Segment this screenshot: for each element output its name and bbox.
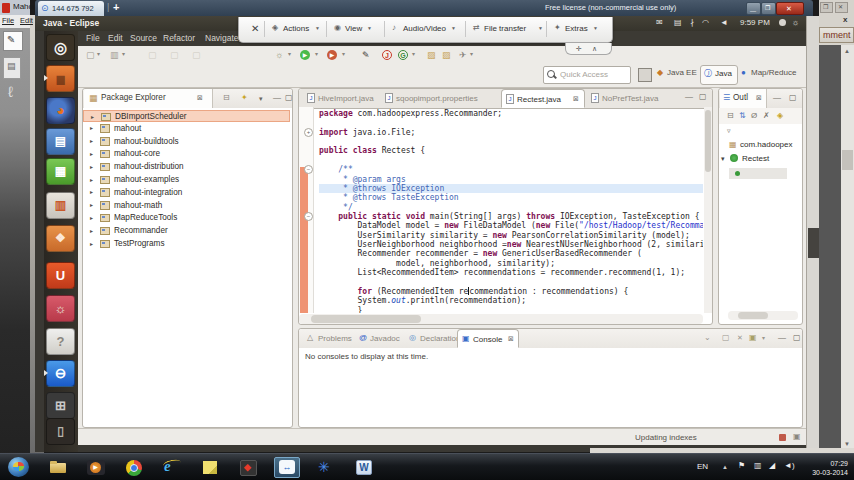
launcher-libreoffice-impress-icon[interactable]: ▥ — [46, 192, 75, 219]
quick-access-box[interactable]: Quick Access — [543, 66, 631, 84]
console-tab-problems[interactable]: △Problems — [303, 329, 353, 348]
code-line[interactable]: public class Rectest { — [319, 146, 703, 155]
tree-expand-arrow[interactable]: ▸ — [90, 138, 93, 144]
hscroll-thumb[interactable] — [311, 315, 421, 323]
editor-tab[interactable]: Jsqoopimport.properties — [381, 89, 497, 108]
tree-item[interactable]: ▸DBImportScheduler — [83, 110, 290, 123]
pdf-toolbar-button[interactable]: ✎ — [3, 31, 23, 51]
launcher-ubuntu-one-icon[interactable]: U — [46, 262, 75, 289]
code-line[interactable]: } — [319, 306, 703, 313]
launcher-home-folder-icon[interactable]: ▆ — [46, 65, 75, 92]
tree-expand-arrow[interactable]: ▸ — [90, 202, 93, 208]
minimize-button[interactable]: — — [746, 2, 761, 15]
toolbar-icon-19[interactable]: ✈ — [459, 51, 467, 60]
toolbar-icon-0[interactable]: ▢ — [86, 51, 95, 60]
code-line[interactable]: */ — [319, 203, 703, 212]
code-line[interactable]: /** — [319, 165, 703, 174]
toolbar-icon-6[interactable]: ▢ — [192, 51, 201, 60]
outline-collapse-icon[interactable]: ⊟ — [727, 112, 734, 120]
toolbar-icon-15[interactable]: G — [398, 50, 408, 60]
pdf-menu-file[interactable]: File — [2, 17, 14, 25]
launcher-libreoffice-calc-icon[interactable]: ▦ — [46, 158, 75, 185]
tv-toolbar-audio-video[interactable]: ♪Audio/Video▼ — [392, 17, 452, 41]
code-line[interactable] — [319, 156, 703, 165]
network-icon[interactable]: ▥ — [754, 462, 762, 470]
tree-item[interactable]: ▸mahout — [83, 122, 290, 135]
menu-item-source[interactable]: Source — [130, 34, 157, 43]
toolbar-icon-7[interactable]: ☼ — [275, 51, 283, 60]
tree-item[interactable]: ▸mahout-integration — [83, 186, 290, 199]
tree-item[interactable]: ▸mahout-buildtools — [83, 135, 290, 148]
tree-item[interactable]: ▸mahout-math — [83, 199, 290, 212]
panel-clock[interactable]: 9:59 PM — [740, 19, 770, 27]
console-tab-close-icon[interactable]: ⊠ — [508, 335, 514, 342]
tv-toolbar-file-transfer[interactable]: ⇄File transfer▼ — [473, 17, 533, 41]
minimize-panel-icon[interactable]: — — [273, 94, 281, 102]
console-minimize-icon[interactable]: — — [778, 334, 786, 342]
fold-marker[interactable]: − — [304, 212, 313, 221]
launcher-trash-icon[interactable]: ▯ — [46, 418, 75, 445]
tray-language[interactable]: EN — [697, 463, 708, 471]
collapse-all-icon[interactable]: ⊟ — [223, 94, 230, 102]
console-tab-declaration[interactable]: ◎Declaration — [405, 329, 465, 348]
tree-item[interactable]: ▸MapReduceTools — [83, 212, 290, 225]
tv-toolbar-view[interactable]: ◉View▼ — [334, 17, 394, 41]
perspective-javaee[interactable]: Java EE — [667, 69, 697, 77]
outline-method-row[interactable] — [729, 168, 787, 179]
editor-hscrollbar[interactable] — [299, 314, 703, 324]
toolbar-icon-16[interactable]: ▾ — [412, 51, 415, 57]
toolbar-icon-1[interactable]: ▾ — [97, 51, 100, 57]
launcher-software-center-icon[interactable]: ❖ — [46, 225, 75, 252]
battery-indicator-icon[interactable]: ▤ — [674, 19, 682, 27]
console-tab-console[interactable]: ▣Console⊠ — [457, 329, 519, 348]
outline-tab[interactable]: ☰ Outl ⊠ — [720, 89, 767, 108]
comment-button[interactable]: mment — [819, 27, 854, 43]
editor-tab[interactable]: JRectest.java⊠ — [501, 89, 585, 108]
link-editor-icon[interactable]: ✦ — [241, 94, 248, 102]
session-gear-icon[interactable]: ☼ — [792, 19, 799, 27]
expand-arrow[interactable]: ▾ — [721, 155, 725, 162]
launcher-system-settings-icon[interactable]: ☼ — [46, 295, 75, 322]
code-line[interactable]: * @param args — [319, 175, 703, 184]
user-menu-icon[interactable] — [779, 19, 786, 26]
vscroll-thumb[interactable] — [705, 110, 711, 172]
code-line[interactable]: * @throws TasteException — [319, 193, 703, 202]
launcher-ubuntu-dash-icon[interactable]: ◎ — [46, 34, 75, 61]
outline-menu-arrow[interactable]: ▿ — [727, 127, 731, 134]
outline-sort-icon[interactable]: ⇅ — [739, 112, 746, 120]
tree-item[interactable]: ▸mahout-examples — [83, 174, 290, 187]
outline-filter-icon[interactable]: ◈ — [777, 112, 783, 120]
action-center-icon[interactable]: ⚑ — [738, 462, 745, 470]
maximize-button[interactable]: ❐ — [761, 2, 776, 15]
paperclip-icon[interactable]: ℓ — [8, 84, 13, 99]
perspective-mapreduce[interactable]: Map/Reduce — [751, 69, 796, 77]
menu-item-navigate[interactable]: Navigate — [205, 34, 239, 43]
tv-toolbar-extras[interactable]: ✦Extras▼ — [554, 17, 614, 41]
collapse-icon[interactable]: ∧ — [592, 45, 597, 52]
status-progress-icon[interactable]: ▣ — [793, 433, 801, 441]
editor-minimize-icon[interactable]: — — [685, 93, 693, 101]
taskbar-internet-explorer-icon[interactable]: e — [160, 457, 186, 478]
network-indicator-icon[interactable]: ◠ — [702, 19, 709, 27]
menu-item-refactor[interactable]: Refactor — [163, 34, 195, 43]
code-line[interactable] — [319, 277, 703, 286]
launcher-help-icon[interactable]: ? — [46, 328, 75, 355]
editor-tab[interactable]: JHiveImport.java — [303, 89, 379, 108]
toolbar-icon-20[interactable]: ▾ — [470, 51, 473, 57]
code-line[interactable]: package com.hadoopexpress.Recommander; — [319, 109, 703, 118]
tree-item[interactable]: ▸mahout-distribution — [83, 161, 290, 174]
scroll-down-icon[interactable]: ▼ — [844, 441, 850, 447]
outline-hscroll-thumb[interactable] — [738, 312, 768, 319]
code-line[interactable]: UserSimilarity similarity = new PearsonC… — [319, 231, 703, 240]
bluetooth-indicator-icon[interactable]: ∤ — [690, 19, 694, 27]
pdf-pages-button[interactable]: ▤ — [3, 57, 21, 79]
pdf-menu-edit[interactable]: Edit — [20, 17, 33, 25]
taskbar-start-button[interactable] — [8, 457, 29, 477]
right-close-button[interactable]: ✕ — [835, 2, 848, 13]
tree-expand-arrow[interactable]: ▸ — [90, 125, 93, 131]
tv-close-session-icon[interactable]: ✕ — [251, 24, 259, 34]
teamviewer-toolbar-handle[interactable]: ✛ ∧ — [565, 43, 612, 55]
editor-tab-close-icon[interactable]: ⊠ — [573, 95, 579, 102]
code-line[interactable]: import java.io.File; — [319, 128, 703, 137]
console-open-arrow-icon[interactable]: ▾ — [762, 335, 765, 341]
